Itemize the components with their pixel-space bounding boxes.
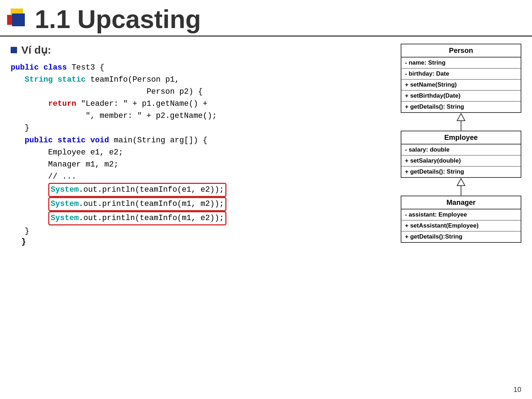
uml-employee-class: Employee - salary: double + setSalary(do… — [401, 131, 521, 178]
bullet-text: Ví dụ: — [21, 44, 51, 56]
code-line-13: System.out.println(teamInfo(m1, e2)); — [11, 211, 386, 225]
code-line-8: Employee e1, e2; — [11, 147, 386, 159]
header: 1.1 Upcasting — [0, 0, 532, 37]
code-line-14: } — [11, 225, 386, 237]
uml-employee-field-1: - salary: double — [401, 144, 521, 155]
code-line-3: Person p2) { — [11, 86, 386, 98]
code-line-12: System.out.println(teamInfo(m1, m2)); — [11, 197, 386, 211]
uml-manager-class: Manager - assistant: Employee + setAssis… — [401, 196, 521, 243]
uml-manager-field-3: + getDetails():String — [401, 231, 521, 242]
uml-manager-header: Manager — [401, 196, 521, 209]
arrow-svg-2 — [456, 178, 466, 196]
page-title: 1.1 Upcasting — [35, 6, 201, 32]
uml-person-field-4: + setBirthday(Date) — [401, 91, 521, 102]
uml-employee-field-3: + getDetails(): String — [401, 166, 521, 177]
bullet-square-icon — [11, 47, 17, 53]
code-line-9: Manager m1, m2; — [11, 159, 386, 171]
uml-person-field-1: - name: String — [401, 58, 521, 69]
uml-person-field-2: - birthday: Date — [401, 69, 521, 80]
code-block: public class Test3 { String static teamI… — [11, 62, 386, 237]
code-line-4: return "Leader: " + p1.getName() + — [11, 98, 386, 110]
code-line-11: System.out.println(teamInfo(e1, e2)); — [11, 183, 386, 197]
uml-manager-field-1: - assistant: Employee — [401, 209, 521, 220]
uml-person-class: Person - name: String - birthday: Date +… — [401, 44, 521, 113]
code-line-2: String static teamInfo(Person p1, — [11, 74, 386, 86]
main-content: Ví dụ: public class Test3 { String stati… — [0, 44, 532, 246]
page-number: 10 — [514, 386, 521, 394]
bullet-item: Ví dụ: — [11, 44, 386, 56]
arrow-person-employee — [401, 113, 521, 131]
code-line-6: } — [11, 122, 386, 134]
arrow-svg-1 — [456, 113, 466, 131]
code-section: Ví dụ: public class Test3 { String stati… — [11, 44, 386, 246]
logo-blue — [12, 13, 25, 26]
code-line-5: ", member: " + p2.getName(); — [11, 110, 386, 122]
code-line-10: // ... — [11, 171, 386, 183]
arrow-employee-manager — [401, 178, 521, 196]
logo-icon — [7, 9, 28, 30]
uml-section: Person - name: String - birthday: Date +… — [401, 44, 521, 246]
uml-manager-field-2: + setAssistant(Employee) — [401, 220, 521, 231]
svg-marker-1 — [457, 114, 465, 121]
uml-employee-field-2: + setSalary(double) — [401, 155, 521, 166]
svg-marker-3 — [457, 179, 465, 186]
uml-person-field-5: + getDetails(): String — [401, 102, 521, 112]
uml-person-header: Person — [401, 44, 521, 58]
code-line-1: public class Test3 { — [11, 62, 386, 74]
code-line-7: public static void main(String arg[]) { — [11, 135, 386, 147]
uml-employee-header: Employee — [401, 131, 521, 144]
outer-closing-brace: } — [11, 237, 386, 246]
uml-person-field-3: + setName(String) — [401, 80, 521, 91]
